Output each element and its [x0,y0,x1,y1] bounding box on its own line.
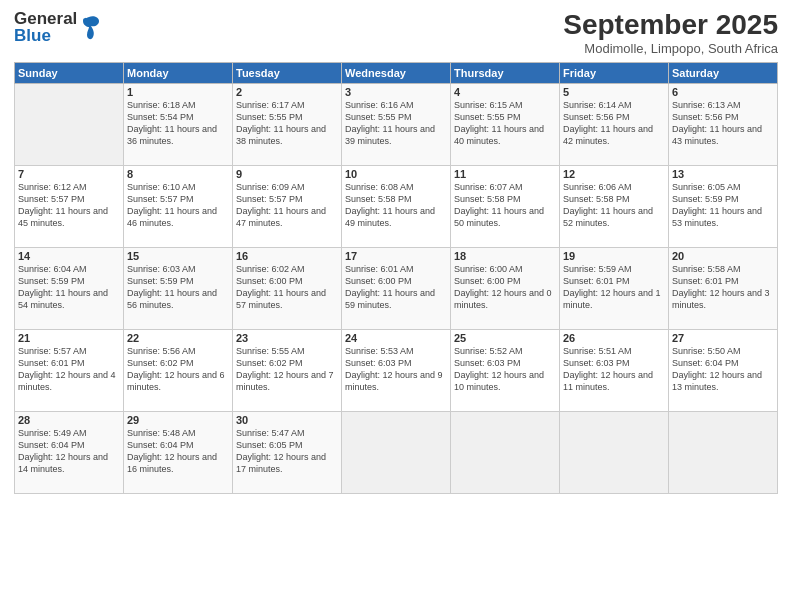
calendar-week-row: 21Sunrise: 5:57 AMSunset: 6:01 PMDayligh… [15,329,778,411]
day-number: 21 [18,332,120,344]
table-row: 13Sunrise: 6:05 AMSunset: 5:59 PMDayligh… [669,165,778,247]
day-number: 29 [127,414,229,426]
header-sunday: Sunday [15,62,124,83]
day-number: 12 [563,168,665,180]
cell-text: Sunrise: 6:09 AMSunset: 5:57 PMDaylight:… [236,182,326,228]
day-number: 10 [345,168,447,180]
table-row: 9Sunrise: 6:09 AMSunset: 5:57 PMDaylight… [233,165,342,247]
table-row: 27Sunrise: 5:50 AMSunset: 6:04 PMDayligh… [669,329,778,411]
table-row: 22Sunrise: 5:56 AMSunset: 6:02 PMDayligh… [124,329,233,411]
table-row: 10Sunrise: 6:08 AMSunset: 5:58 PMDayligh… [342,165,451,247]
table-row [15,83,124,165]
table-row: 4Sunrise: 6:15 AMSunset: 5:55 PMDaylight… [451,83,560,165]
header-tuesday: Tuesday [233,62,342,83]
day-number: 3 [345,86,447,98]
day-number: 4 [454,86,556,98]
table-row: 3Sunrise: 6:16 AMSunset: 5:55 PMDaylight… [342,83,451,165]
calendar-week-row: 14Sunrise: 6:04 AMSunset: 5:59 PMDayligh… [15,247,778,329]
cell-text: Sunrise: 6:16 AMSunset: 5:55 PMDaylight:… [345,100,435,146]
day-number: 27 [672,332,774,344]
cell-text: Sunrise: 5:57 AMSunset: 6:01 PMDaylight:… [18,346,116,392]
table-row: 19Sunrise: 5:59 AMSunset: 6:01 PMDayligh… [560,247,669,329]
title-section: September 2025 Modimolle, Limpopo, South… [563,10,778,56]
table-row: 24Sunrise: 5:53 AMSunset: 6:03 PMDayligh… [342,329,451,411]
header-wednesday: Wednesday [342,62,451,83]
day-number: 7 [18,168,120,180]
table-row: 5Sunrise: 6:14 AMSunset: 5:56 PMDaylight… [560,83,669,165]
header-friday: Friday [560,62,669,83]
table-row: 12Sunrise: 6:06 AMSunset: 5:58 PMDayligh… [560,165,669,247]
table-row: 21Sunrise: 5:57 AMSunset: 6:01 PMDayligh… [15,329,124,411]
cell-text: Sunrise: 6:04 AMSunset: 5:59 PMDaylight:… [18,264,108,310]
table-row: 25Sunrise: 5:52 AMSunset: 6:03 PMDayligh… [451,329,560,411]
cell-text: Sunrise: 5:56 AMSunset: 6:02 PMDaylight:… [127,346,225,392]
day-number: 2 [236,86,338,98]
cell-text: Sunrise: 6:01 AMSunset: 6:00 PMDaylight:… [345,264,435,310]
day-number: 5 [563,86,665,98]
table-row: 8Sunrise: 6:10 AMSunset: 5:57 PMDaylight… [124,165,233,247]
cell-text: Sunrise: 6:14 AMSunset: 5:56 PMDaylight:… [563,100,653,146]
cell-text: Sunrise: 6:10 AMSunset: 5:57 PMDaylight:… [127,182,217,228]
logo-general: General [14,10,77,27]
location: Modimolle, Limpopo, South Africa [563,41,778,56]
table-row: 20Sunrise: 5:58 AMSunset: 6:01 PMDayligh… [669,247,778,329]
cell-text: Sunrise: 5:52 AMSunset: 6:03 PMDaylight:… [454,346,544,392]
header-saturday: Saturday [669,62,778,83]
calendar-week-row: 1Sunrise: 6:18 AMSunset: 5:54 PMDaylight… [15,83,778,165]
day-number: 24 [345,332,447,344]
cell-text: Sunrise: 6:00 AMSunset: 6:00 PMDaylight:… [454,264,552,310]
table-row: 14Sunrise: 6:04 AMSunset: 5:59 PMDayligh… [15,247,124,329]
day-number: 1 [127,86,229,98]
logo-blue: Blue [14,27,77,44]
cell-text: Sunrise: 6:03 AMSunset: 5:59 PMDaylight:… [127,264,217,310]
header-thursday: Thursday [451,62,560,83]
cell-text: Sunrise: 6:05 AMSunset: 5:59 PMDaylight:… [672,182,762,228]
day-number: 23 [236,332,338,344]
table-row: 7Sunrise: 6:12 AMSunset: 5:57 PMDaylight… [15,165,124,247]
table-row: 2Sunrise: 6:17 AMSunset: 5:55 PMDaylight… [233,83,342,165]
cell-text: Sunrise: 5:59 AMSunset: 6:01 PMDaylight:… [563,264,661,310]
page-header: General Blue September 2025 Modimolle, L… [14,10,778,56]
table-row: 11Sunrise: 6:07 AMSunset: 5:58 PMDayligh… [451,165,560,247]
cell-text: Sunrise: 6:17 AMSunset: 5:55 PMDaylight:… [236,100,326,146]
logo: General Blue [14,10,101,44]
table-row [669,411,778,493]
table-row: 18Sunrise: 6:00 AMSunset: 6:00 PMDayligh… [451,247,560,329]
day-number: 28 [18,414,120,426]
table-row: 26Sunrise: 5:51 AMSunset: 6:03 PMDayligh… [560,329,669,411]
calendar-week-row: 28Sunrise: 5:49 AMSunset: 6:04 PMDayligh… [15,411,778,493]
table-row: 1Sunrise: 6:18 AMSunset: 5:54 PMDaylight… [124,83,233,165]
cell-text: Sunrise: 5:58 AMSunset: 6:01 PMDaylight:… [672,264,770,310]
cell-text: Sunrise: 5:51 AMSunset: 6:03 PMDaylight:… [563,346,653,392]
cell-text: Sunrise: 6:15 AMSunset: 5:55 PMDaylight:… [454,100,544,146]
cell-text: Sunrise: 6:13 AMSunset: 5:56 PMDaylight:… [672,100,762,146]
calendar-table: Sunday Monday Tuesday Wednesday Thursday… [14,62,778,494]
day-number: 16 [236,250,338,262]
day-number: 6 [672,86,774,98]
day-number: 11 [454,168,556,180]
cell-text: Sunrise: 5:49 AMSunset: 6:04 PMDaylight:… [18,428,108,474]
cell-text: Sunrise: 6:18 AMSunset: 5:54 PMDaylight:… [127,100,217,146]
month-title: September 2025 [563,10,778,41]
table-row: 23Sunrise: 5:55 AMSunset: 6:02 PMDayligh… [233,329,342,411]
table-row: 17Sunrise: 6:01 AMSunset: 6:00 PMDayligh… [342,247,451,329]
day-number: 20 [672,250,774,262]
calendar-week-row: 7Sunrise: 6:12 AMSunset: 5:57 PMDaylight… [15,165,778,247]
day-number: 15 [127,250,229,262]
day-number: 17 [345,250,447,262]
table-row: 28Sunrise: 5:49 AMSunset: 6:04 PMDayligh… [15,411,124,493]
day-number: 22 [127,332,229,344]
cell-text: Sunrise: 6:02 AMSunset: 6:00 PMDaylight:… [236,264,326,310]
logo-bird-icon [79,13,101,41]
table-row: 29Sunrise: 5:48 AMSunset: 6:04 PMDayligh… [124,411,233,493]
cell-text: Sunrise: 6:12 AMSunset: 5:57 PMDaylight:… [18,182,108,228]
day-number: 8 [127,168,229,180]
cell-text: Sunrise: 5:48 AMSunset: 6:04 PMDaylight:… [127,428,217,474]
day-number: 30 [236,414,338,426]
cell-text: Sunrise: 5:53 AMSunset: 6:03 PMDaylight:… [345,346,443,392]
day-number: 13 [672,168,774,180]
day-number: 14 [18,250,120,262]
day-number: 9 [236,168,338,180]
cell-text: Sunrise: 6:06 AMSunset: 5:58 PMDaylight:… [563,182,653,228]
table-row: 6Sunrise: 6:13 AMSunset: 5:56 PMDaylight… [669,83,778,165]
